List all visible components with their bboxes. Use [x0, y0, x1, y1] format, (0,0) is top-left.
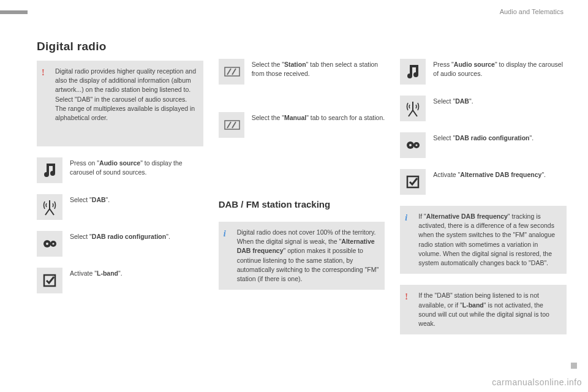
top-bar: Audio and Telematics: [0, 0, 588, 15]
step-select-manual-tab: Select the "Manual" tab to search for a …: [219, 112, 385, 138]
step-text: Activate "Alternative DAB frequency".: [433, 169, 567, 179]
column-2: Select the "Station" tab then select a s…: [219, 40, 385, 345]
music-note-icon: [400, 59, 426, 85]
step-text: Press "Audio source" to display the caro…: [433, 59, 567, 78]
antenna-icon: [37, 194, 62, 220]
step-audio-source-2: Press "Audio source" to display the caro…: [400, 59, 567, 85]
checkbox-icon: [37, 268, 62, 293]
step-text: Select the "Manual" tab to search for a …: [252, 112, 385, 123]
parallelogram-icon: [219, 112, 244, 138]
music-note-icon: [37, 157, 62, 183]
info-icon: i: [224, 228, 226, 240]
step-dab-config: Select "DAB radio configuration".: [37, 231, 203, 257]
page-title: Digital radio: [37, 40, 203, 53]
step-text: Select "DAB".: [433, 96, 567, 106]
step-text: Press on "Audio source" to display the c…: [70, 157, 203, 177]
checkbox-icon: [400, 169, 426, 195]
exclamation-icon: !: [405, 291, 408, 303]
step-text: Select the "Station" tab then select a s…: [252, 59, 385, 78]
step-text: Select "DAB radio configuration".: [70, 231, 203, 241]
watermark: carmanualsonline.info: [492, 377, 582, 387]
step-activate-altfreq: Activate "Alternative DAB frequency".: [400, 169, 567, 195]
step-text: Select "DAB".: [70, 194, 203, 205]
dab-fm-info-box: i Digital radio does not cover 100% of t…: [219, 222, 385, 290]
step-select-station-tab: Select the "Station" tab then select a s…: [219, 59, 385, 85]
info-icon: i: [405, 212, 407, 224]
subheading-dab-fm: DAB / FM station tracking: [219, 199, 385, 209]
parallelogram-icon: [219, 59, 244, 85]
exclamation-icon: !: [42, 67, 45, 79]
step-select-dab-2: Select "DAB".: [400, 96, 567, 121]
step-text: Activate "L-band".: [70, 268, 203, 278]
intro-warning-box: ! Digital radio provides higher quality …: [37, 61, 203, 146]
column-3: Press "Audio source" to display the caro…: [400, 40, 567, 345]
altfreq-info-box: i If "Alternative DAB frequency" trackin…: [400, 206, 567, 274]
step-text: Select "DAB radio configuration".: [433, 132, 567, 143]
page-marker-square: [571, 363, 577, 369]
antenna-icon: [400, 96, 426, 121]
step-audio-source: Press on "Audio source" to display the c…: [37, 157, 203, 183]
header-stripe: [0, 10, 28, 14]
lband-warning-box: ! If the "DAB" station being listened to…: [400, 285, 567, 334]
page-body: Digital radio ! Digital radio provides h…: [0, 15, 588, 358]
header-section: Audio and Telematics: [500, 8, 564, 15]
step-dab-config-2: Select "DAB radio configuration".: [400, 132, 567, 158]
intro-text: Digital radio provides higher quality re…: [55, 67, 196, 121]
gears-icon: [400, 132, 426, 158]
gears-icon: [37, 231, 62, 257]
step-activate-lband: Activate "L-band".: [37, 268, 203, 293]
column-1: Digital radio ! Digital radio provides h…: [37, 40, 203, 345]
step-select-dab: Select "DAB".: [37, 194, 203, 220]
